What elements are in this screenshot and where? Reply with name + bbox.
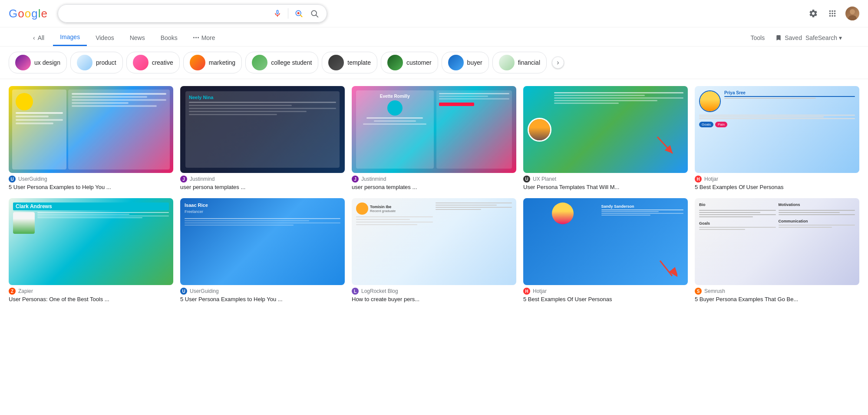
filter-chip-college-student[interactable]: college student — [245, 52, 318, 73]
source-icon-8: L — [352, 288, 359, 295]
filter-chip-template[interactable]: template — [322, 52, 377, 73]
lens-icon[interactable] — [294, 8, 304, 19]
source-icon-1: U — [9, 176, 16, 183]
more-tab-label: More — [201, 34, 215, 41]
tools-button[interactable]: Tools — [744, 30, 772, 46]
result-item-5[interactable]: Priya Sree Goals Pain — [695, 86, 859, 191]
result-item-1[interactable]: U UserGuiding 5 User Persona Examples to… — [9, 86, 173, 191]
search-input[interactable]: user persona examples — [65, 10, 268, 17]
filter-chip-buyer[interactable]: buyer — [442, 52, 489, 73]
google-logo: Google — [9, 7, 47, 20]
result-source-9: H Hotjar — [523, 288, 688, 295]
chips-next-button[interactable]: › — [552, 56, 564, 69]
all-tab-label: All — [38, 34, 45, 41]
chip-label-college-student: college student — [271, 59, 312, 66]
result-item-9[interactable]: Sandy Sanderson H Hotja — [523, 198, 688, 303]
filter-chip-product[interactable]: product — [70, 52, 123, 73]
chip-thumb-college-student — [252, 55, 267, 70]
chip-label-financial: financial — [518, 59, 540, 66]
result-item-6[interactable]: Clark Andrews Z — [9, 198, 173, 303]
chip-thumb-customer — [387, 55, 403, 70]
result-item-7[interactable]: Isaac Rice Freelancer U UserGuiding 5 Us… — [180, 198, 345, 303]
result-source-3: J Justinmind — [352, 176, 516, 183]
result-img-7: Isaac Rice Freelancer — [180, 198, 345, 285]
filter-chip-customer[interactable]: customer — [381, 52, 438, 73]
source-name-2: Justinmind — [190, 176, 215, 182]
result-img-9: Sandy Sanderson — [523, 198, 688, 285]
safe-search[interactable]: SafeSearch ▾ — [805, 34, 842, 41]
source-icon-3: J — [352, 176, 359, 183]
nav-tab-back[interactable]: ‹ All — [26, 30, 51, 46]
filter-chips-bar: ux design product creative marketing col… — [0, 46, 868, 79]
videos-tab-label: Videos — [96, 34, 114, 41]
source-icon-2: J — [180, 176, 187, 183]
result-title-2: user persona templates ... — [180, 183, 345, 191]
result-source-2: J Justinmind — [180, 176, 345, 183]
source-name-10: Semrush — [704, 288, 725, 294]
saved-section: Saved — [775, 34, 802, 41]
result-source-10: S Semrush — [695, 288, 859, 295]
source-icon-4: U — [523, 176, 530, 183]
result-title-10: 5 Buyer Persona Examples That Go Be... — [695, 295, 859, 303]
search-bar: user persona examples — [58, 4, 327, 23]
result-source-1: U UserGuiding — [9, 176, 173, 183]
news-tab-label: News — [130, 34, 145, 41]
nav-tab-images[interactable]: Images — [53, 29, 87, 46]
nav-right: Tools Saved SafeSearch ▾ — [744, 30, 842, 46]
source-name-6: Zapier — [18, 288, 33, 294]
result-item-3[interactable]: Evette Romilly J Justinm — [352, 86, 516, 191]
svg-point-6 — [848, 15, 857, 20]
logo-g2: g — [31, 7, 37, 20]
svg-line-4 — [316, 15, 318, 17]
nav-tab-news[interactable]: News — [123, 30, 152, 46]
results-area: U UserGuiding 5 User Persona Examples to… — [0, 79, 868, 310]
images-tab-label: Images — [60, 33, 80, 40]
chip-thumb-creative — [133, 55, 149, 70]
nav-tabs: ‹ All Images Videos News Books More Tool… — [0, 27, 868, 46]
nav-tab-videos[interactable]: Videos — [89, 30, 121, 46]
result-img-4 — [523, 86, 688, 173]
filter-chip-financial[interactable]: financial — [492, 52, 547, 73]
more-dots-icon — [193, 37, 199, 38]
books-tab-label: Books — [161, 34, 178, 41]
results-row-1: U UserGuiding 5 User Persona Examples to… — [9, 86, 859, 191]
filter-chip-creative[interactable]: creative — [126, 52, 180, 73]
mic-icon[interactable] — [272, 8, 283, 19]
filter-chip-marketing[interactable]: marketing — [183, 52, 242, 73]
chip-thumb-marketing — [190, 55, 205, 70]
nav-tab-books[interactable]: Books — [154, 30, 185, 46]
source-name-7: UserGuiding — [190, 288, 219, 294]
result-title-7: 5 User Persona Examples to Help You ... — [180, 295, 345, 303]
result-item-2[interactable]: Neely Nina J Justinmind user persona tem… — [180, 86, 345, 191]
result-title-1: 5 User Persona Examples to Help You ... — [9, 183, 173, 191]
chip-thumb-template — [328, 55, 344, 70]
logo-e: e — [41, 7, 47, 20]
result-item-10[interactable]: Bio Goals Motivations Com — [695, 198, 859, 303]
avatar[interactable] — [845, 7, 859, 20]
filter-chip-ux-design[interactable]: ux design — [9, 52, 67, 73]
result-title-6: User Personas: One of the Best Tools ... — [9, 295, 173, 303]
header: Google user persona examples — [0, 0, 868, 27]
result-item-4[interactable]: U UX Planet User Persona Templates That … — [523, 86, 688, 191]
chip-thumb-financial — [499, 55, 515, 70]
search-button-icon[interactable] — [309, 8, 320, 19]
result-item-8[interactable]: Tomisin Ibe Recent graduate — [352, 198, 516, 303]
grid-icon[interactable] — [826, 7, 838, 20]
source-icon-7: U — [180, 288, 187, 295]
chip-label-customer: customer — [406, 59, 432, 66]
chip-thumb-product — [77, 55, 92, 70]
svg-point-5 — [850, 9, 855, 14]
gear-icon[interactable] — [807, 7, 819, 20]
divider — [288, 8, 288, 19]
source-icon-9: H — [523, 288, 530, 295]
result-img-1 — [9, 86, 173, 173]
chip-label-creative: creative — [152, 59, 173, 66]
svg-line-2 — [300, 15, 302, 17]
nav-tab-more[interactable]: More — [186, 30, 222, 46]
svg-point-1 — [297, 12, 300, 14]
chip-thumb-buyer — [448, 55, 464, 70]
result-img-6: Clark Andrews — [9, 198, 173, 285]
result-title-3: user persona templates ... — [352, 183, 516, 191]
result-img-5: Priya Sree Goals Pain — [695, 86, 859, 173]
saved-label[interactable]: Saved — [785, 34, 802, 41]
